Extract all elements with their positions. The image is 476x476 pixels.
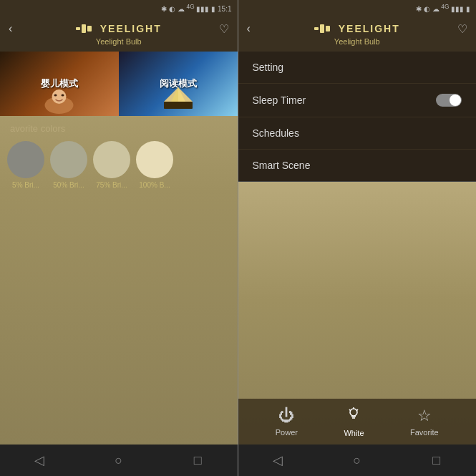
bulb-icon	[346, 406, 361, 426]
swatch-circle-1	[50, 141, 87, 178]
svg-line-18	[349, 409, 351, 411]
left-app-header: ‹ YEELIGHT ♡ Yeelight Bulb	[0, 16, 238, 52]
svg-rect-2	[87, 26, 92, 31]
right-logo: YEELIGHT	[314, 21, 400, 36]
svg-rect-14	[326, 26, 330, 31]
bulb-svg	[346, 406, 361, 422]
menu-item-sleep-timer-label: Sleep Timer	[253, 94, 306, 106]
right-nav-back[interactable]: ◁	[263, 446, 292, 475]
swatch-circle-3	[136, 141, 173, 178]
book-illustration	[160, 84, 196, 112]
menu-item-setting-label: Setting	[253, 62, 284, 73]
right-status-icons: ✱ ◐ ☁ 4G ▮▮▮ ▮	[416, 3, 470, 13]
left-section-title: avorite colors	[0, 116, 238, 138]
svg-point-15	[350, 409, 357, 416]
left-scene-baby[interactable]: 婴儿模式	[0, 52, 119, 116]
left-back-button[interactable]: ‹	[9, 22, 12, 35]
tab-power[interactable]: ⏻ Power	[276, 407, 298, 437]
menu-item-schedules[interactable]: Schedules	[238, 117, 477, 150]
swatch-item-0[interactable]: 5% Bri...	[7, 141, 44, 189]
svg-rect-0	[76, 27, 80, 30]
right-header-subtitle: Yeelight Bulb	[334, 37, 380, 46]
menu-item-smart-scene-label: Smart Scene	[253, 160, 311, 171]
left-nav-back[interactable]: ◁	[25, 446, 54, 475]
right-phone: ✱ ◐ ☁ 4G ▮▮▮ ▮ ... ‹ YEELIGHT ♡ Yeelight…	[238, 0, 477, 476]
swatch-label-0: 5% Bri...	[12, 181, 39, 189]
svg-point-5	[54, 94, 57, 97]
right-bottom-nav: ◁ ○ □	[238, 445, 477, 476]
swatch-item-1[interactable]: 50% Bri...	[50, 141, 87, 189]
right-header-wrap: ... ‹ YEELIGHT ♡ Yeelight Bulb	[238, 16, 477, 52]
right-dropdown-menu: Setting Sleep Timer Schedules Smart Scen…	[238, 52, 477, 182]
swatch-item-2[interactable]: 75% Bri...	[93, 141, 130, 189]
right-yeelight-logo-icon	[314, 21, 334, 36]
swatch-circle-0	[7, 141, 44, 178]
svg-rect-7	[164, 102, 193, 109]
left-color-swatches: 5% Bri... 50% Bri... 75% Bri... 100% B..…	[0, 138, 238, 195]
left-nav-menu[interactable]: □	[183, 446, 212, 475]
left-scene-book[interactable]: 阅读模式	[119, 52, 238, 116]
tab-favorite-label: Favorite	[410, 428, 439, 437]
left-nav-home[interactable]: ○	[105, 446, 133, 475]
star-icon: ☆	[417, 407, 432, 425]
left-favorite-icon[interactable]: ♡	[219, 22, 229, 36]
svg-line-17	[357, 409, 359, 411]
svg-point-4	[52, 89, 66, 104]
left-status-bar: ✱ ◐ ☁ 4G ▮▮▮ ▮ 15:1	[0, 0, 238, 16]
left-phone: ✱ ◐ ☁ 4G ▮▮▮ ▮ 15:1 ‹ YEELIGHT ♡ Yeeligh…	[0, 0, 238, 476]
right-nav-home[interactable]: ○	[343, 446, 371, 475]
right-status-bar: ✱ ◐ ☁ 4G ▮▮▮ ▮	[238, 0, 477, 16]
sleep-timer-toggle[interactable]	[436, 94, 462, 107]
menu-item-smart-scene[interactable]: Smart Scene	[238, 150, 477, 181]
tab-white-label: White	[344, 429, 364, 437]
left-logo: YEELIGHT	[76, 21, 162, 36]
tab-power-label: Power	[276, 428, 298, 437]
left-bottom-nav: ◁ ○ □	[0, 445, 238, 476]
left-logo-text: YEELIGHT	[100, 23, 162, 34]
tab-favorite[interactable]: ☆ Favorite	[410, 407, 439, 437]
left-scene-cards: 婴儿模式 阅读模式	[0, 52, 238, 116]
svg-rect-12	[314, 27, 319, 30]
menu-item-sleep-timer[interactable]: Sleep Timer	[238, 84, 477, 117]
baby-illustration	[39, 84, 79, 116]
swatch-circle-2	[93, 141, 130, 178]
right-app-header: ‹ YEELIGHT ♡ Yeelight Bulb	[238, 16, 477, 52]
svg-point-6	[61, 94, 64, 97]
swatch-label-2: 75% Bri...	[96, 181, 127, 189]
svg-rect-1	[82, 24, 86, 33]
right-nav-menu[interactable]: □	[422, 446, 451, 475]
menu-item-setting[interactable]: Setting	[238, 52, 477, 84]
swatch-label-3: 100% B...	[139, 181, 170, 189]
swatch-item-3[interactable]: 100% B...	[136, 141, 173, 189]
right-back-button[interactable]: ‹	[247, 22, 251, 35]
svg-rect-13	[320, 24, 324, 33]
menu-item-schedules-label: Schedules	[253, 127, 299, 139]
right-logo-text: YEELIGHT	[339, 23, 400, 34]
tab-white[interactable]: White	[344, 406, 364, 437]
swatch-label-1: 50% Bri...	[53, 181, 84, 189]
power-icon: ⏻	[278, 407, 294, 425]
right-favorite-icon[interactable]: ♡	[457, 22, 467, 36]
left-header-subtitle: Yeelight Bulb	[96, 37, 142, 46]
left-status-icons: ✱ ◐ ☁ 4G ▮▮▮ ▮ 15:1	[161, 3, 231, 13]
right-tab-bar: ⏻ Power White ☆ Favorite	[238, 399, 477, 445]
yeelight-logo-icon	[76, 21, 96, 36]
